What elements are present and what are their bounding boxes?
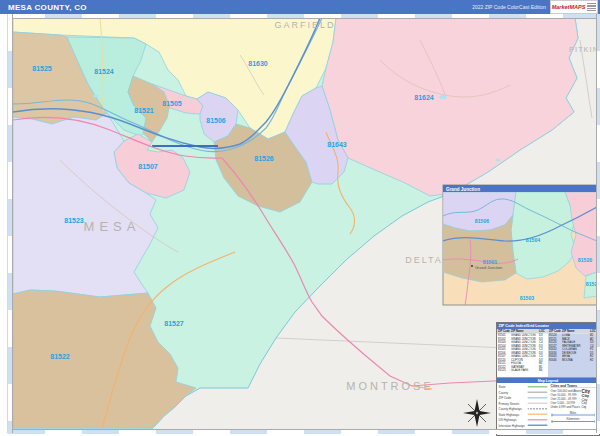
grid-ruler-top <box>8 14 600 19</box>
inset-zip-label-81520: 81520 <box>578 257 593 263</box>
inset-zip-label-81501: 81501 <box>483 259 498 265</box>
scalebar-kilometers: Kilometers <box>552 418 595 423</box>
zip-label-81527: 81527 <box>164 320 184 327</box>
county-label-montrose: MONTROSE <box>346 380 434 392</box>
zip-index-rows-right: 81524 LOMA B2 81525 MACK A2 81526 <box>548 334 599 378</box>
legend-panel: ZIP Code Index/Grid Locator ZIP Code ZIP… <box>496 322 600 436</box>
zip-index-rows-left: 81501 GRAND JUNCTION D3 81502 GRAND JUNC… <box>497 334 548 378</box>
city-class-row: Under 4,999 and Places City <box>551 405 599 409</box>
grid-ruler-right <box>596 14 600 433</box>
grid-ruler-left <box>8 14 13 433</box>
road-line-swatch <box>528 408 548 410</box>
road-legend: State County ZIP Code Primary St <box>497 384 551 434</box>
zip-label-81505: 81505 <box>162 100 182 107</box>
road-line-swatch <box>528 414 548 416</box>
inset-zip-label-81506: 81506 <box>475 218 490 224</box>
zip-label-81624: 81624 <box>414 94 434 101</box>
zip-label-81643: 81643 <box>327 141 347 148</box>
inset-map: Grand Junction Grand Junction 81506 8150… <box>443 185 600 305</box>
zip-index-row: 81646 MOLINA E2 <box>548 358 599 362</box>
title-bar: MESA COUNTY, CO 2022 ZIP Code ColorCast … <box>0 0 600 14</box>
inset-zip-label-81504: 81504 <box>526 237 541 243</box>
zip-label-81521: 81521 <box>134 107 154 114</box>
publisher-logo-text: MarketMAPS <box>552 4 586 10</box>
zip-label-81507: 81507 <box>138 163 158 170</box>
county-label-mesa: MESA <box>84 219 141 234</box>
inset-title: Grand Junction <box>446 187 480 192</box>
lake <box>496 159 501 162</box>
cities-legend: Cities and Towns Over 100,000 and Above … <box>551 384 599 434</box>
inset-city-label: Grand Junction <box>475 265 502 270</box>
zip-label-81524: 81524 <box>94 68 114 75</box>
map-title: MESA COUNTY, CO <box>8 3 87 12</box>
zip-label-81506: 81506 <box>206 117 226 124</box>
road-line-swatch <box>528 386 548 388</box>
zip-index-table: ZIP Code ZIP Name LOC 81501 GRAND JUNCTI… <box>497 329 599 378</box>
road-line-swatch <box>528 392 548 394</box>
inset-city-dot <box>471 265 473 267</box>
publisher-logo-fineprint <box>587 3 596 11</box>
road-line-swatch <box>528 397 548 399</box>
zip-label-81525: 81525 <box>32 65 52 72</box>
grid-ruler-bottom <box>8 429 600 434</box>
scalebar-miles: Miles <box>552 411 595 416</box>
inset-zip-label-81503: 81503 <box>520 295 535 301</box>
road-line-swatch <box>528 403 548 405</box>
county-label-delta: DELTA <box>405 255 443 265</box>
zip-label-81526: 81526 <box>254 155 274 162</box>
county-label-garfield: GARFIELD <box>274 20 335 30</box>
zip-label-81630: 81630 <box>248 60 268 67</box>
edition-label: 2022 ZIP Code ColorCast Edition <box>472 4 546 10</box>
publisher-logo: MarketMAPS <box>550 0 598 14</box>
road-line-swatch <box>528 419 548 421</box>
road-line-swatch <box>528 425 548 427</box>
zip-index-row: 81523 GLADE PARK B4 <box>497 369 548 373</box>
lake <box>93 95 99 98</box>
county-label-pitkin: PITKIN <box>569 45 599 54</box>
lake <box>439 95 447 99</box>
zip-label-81523: 81523 <box>64 217 84 224</box>
zip-label-81522: 81522 <box>50 353 70 360</box>
